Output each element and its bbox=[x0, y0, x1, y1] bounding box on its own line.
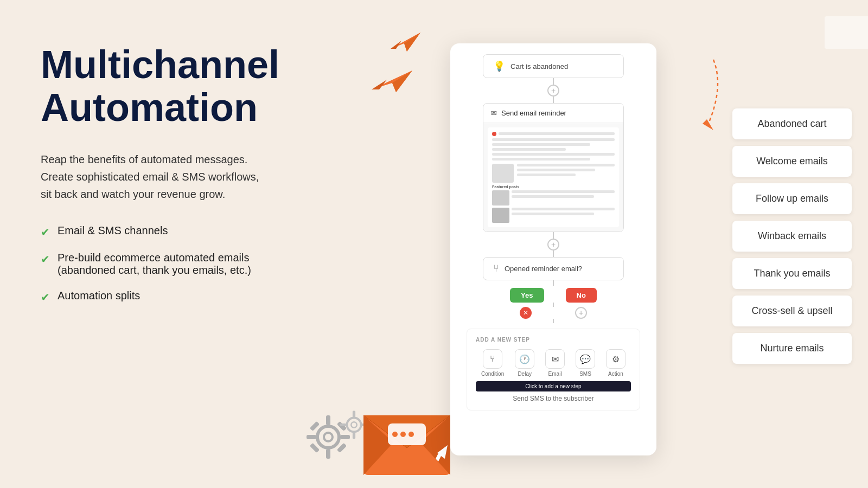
condition-node: ⑂ Opened reminder email? bbox=[483, 257, 624, 280]
trigger-node: 💡 Cart is abandoned bbox=[483, 54, 624, 78]
condition-step-button[interactable]: ⑂ Condition bbox=[481, 349, 504, 377]
welcome-emails-button[interactable]: Welcome emails bbox=[732, 146, 852, 177]
email-step-icon: ✉ bbox=[545, 349, 565, 369]
action-step-button[interactable]: ⚙ Action bbox=[606, 349, 626, 377]
right-sidebar: Abandoned cart Welcome emails Follow up … bbox=[732, 108, 852, 364]
add-step-plus[interactable]: + bbox=[547, 85, 559, 97]
email-step-button[interactable]: ✉ Email bbox=[545, 349, 565, 377]
feature-item: ✔ Email & SMS channels bbox=[41, 224, 393, 239]
add-step-title: ADD A NEW STEP bbox=[476, 337, 631, 343]
feature-item: ✔ Automation splits bbox=[41, 290, 393, 304]
svg-point-29 bbox=[392, 432, 398, 437]
condition-icon: ⑂ bbox=[493, 263, 499, 274]
no-button[interactable]: No bbox=[566, 288, 597, 303]
svg-rect-20 bbox=[340, 423, 347, 426]
follow-up-emails-button[interactable]: Follow up emails bbox=[732, 183, 852, 214]
sms-step-button[interactable]: 💬 SMS bbox=[576, 349, 595, 377]
description: Reap the benefits of automated messages.… bbox=[41, 151, 393, 203]
svg-point-6 bbox=[317, 426, 339, 448]
checkmark-icon: ✔ bbox=[41, 291, 50, 304]
action-step-icon: ⚙ bbox=[606, 349, 626, 369]
envelope-decoration bbox=[358, 388, 456, 477]
email-node: ✉ Send email reminder bbox=[483, 103, 624, 232]
paper-plane-icon-2 bbox=[372, 62, 412, 94]
svg-rect-10 bbox=[307, 435, 316, 439]
nurture-emails-button[interactable]: Nurture emails bbox=[732, 333, 852, 364]
remove-button[interactable]: ✕ bbox=[520, 307, 532, 319]
thank-you-emails-button[interactable]: Thank you emails bbox=[732, 258, 852, 289]
dashed-arrow bbox=[637, 54, 724, 143]
hero-section: Multichannel Automation Reap the benefit… bbox=[41, 43, 393, 304]
svg-marker-33 bbox=[703, 119, 713, 130]
svg-point-31 bbox=[409, 432, 414, 437]
step-icons-row: ⑂ Condition 🕐 Delay ✉ Email 💬 SMS ⚙ bbox=[476, 349, 631, 377]
svg-marker-5 bbox=[392, 70, 412, 92]
svg-point-7 bbox=[324, 433, 333, 441]
svg-rect-18 bbox=[353, 411, 355, 418]
yes-no-row: Yes No bbox=[510, 288, 597, 303]
sms-step-icon: 💬 bbox=[576, 349, 595, 369]
email-icon: ✉ bbox=[491, 109, 497, 117]
send-sms-label: Send SMS to the subscriber bbox=[476, 395, 631, 402]
delay-step-button[interactable]: 🕐 Delay bbox=[515, 349, 534, 377]
tooltip-bar: Click to add a new step bbox=[476, 381, 631, 391]
decorative-shape bbox=[825, 16, 868, 49]
add-step-section: ADD A NEW STEP ⑂ Condition 🕐 Delay ✉ Ema… bbox=[467, 329, 640, 410]
workflow-card: 💡 Cart is abandoned + ✉ Send email remin… bbox=[450, 43, 656, 455]
add-step-plus-2[interactable]: + bbox=[547, 239, 559, 251]
svg-rect-9 bbox=[326, 449, 330, 459]
paper-plane-icon bbox=[391, 27, 420, 54]
winback-emails-button[interactable]: Winback emails bbox=[732, 221, 852, 252]
checkmark-icon: ✔ bbox=[41, 253, 50, 266]
svg-rect-19 bbox=[353, 433, 355, 439]
condition-step-icon: ⑂ bbox=[483, 349, 502, 369]
abandoned-cart-button[interactable]: Abandoned cart bbox=[732, 108, 852, 139]
feature-item: ✔ Pre-build ecommerce automated emails(a… bbox=[41, 252, 393, 277]
checkmark-icon: ✔ bbox=[41, 226, 50, 239]
add-step-plus-3[interactable]: + bbox=[575, 307, 587, 319]
svg-rect-8 bbox=[326, 415, 330, 425]
lightbulb-icon: 💡 bbox=[493, 60, 505, 72]
yes-button[interactable]: Yes bbox=[510, 288, 544, 303]
svg-marker-2 bbox=[404, 33, 420, 52]
svg-point-30 bbox=[400, 432, 406, 437]
delay-step-icon: 🕐 bbox=[515, 349, 534, 369]
main-title: Multichannel Automation bbox=[41, 43, 393, 129]
features-list: ✔ Email & SMS channels ✔ Pre-build ecomm… bbox=[41, 224, 393, 304]
cross-sell-upsell-button[interactable]: Cross-sell & upsell bbox=[732, 296, 852, 326]
svg-point-17 bbox=[351, 422, 356, 427]
